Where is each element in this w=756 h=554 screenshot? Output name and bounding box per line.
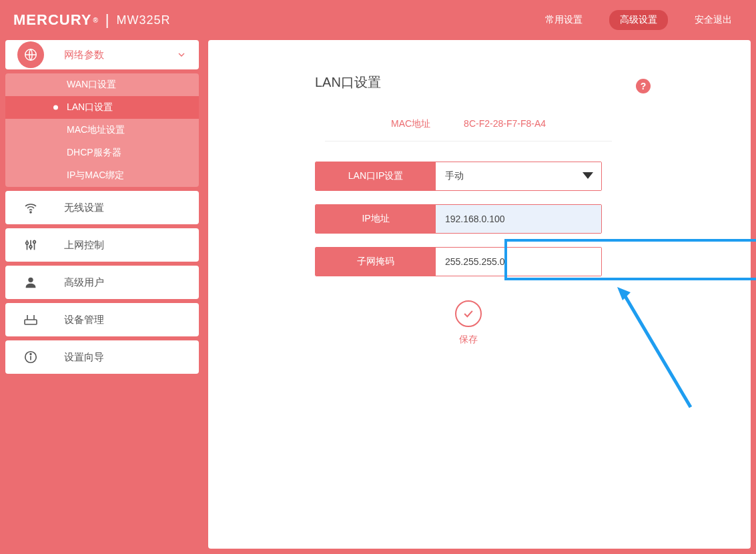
sidebar-item-advanced-user[interactable]: 高级用户	[5, 266, 199, 299]
sidebar-item-wireless[interactable]: 无线设置	[5, 191, 199, 224]
help-icon[interactable]: ?	[636, 79, 651, 93]
mac-row: MAC地址 8C-F2-28-F7-F8-A4	[315, 118, 622, 130]
save-button[interactable]	[455, 300, 482, 327]
save-label: 保存	[315, 334, 622, 346]
nav-advanced-settings[interactable]: 高级设置	[609, 10, 668, 30]
subnet-mask-input[interactable]	[445, 256, 592, 267]
svg-rect-9	[25, 320, 37, 324]
lan-ip-setting-select[interactable]: 手动	[436, 162, 601, 190]
save-block: 保存	[315, 300, 622, 346]
divider	[325, 141, 612, 142]
model-text: MW325R	[117, 13, 171, 27]
lan-ip-setting-label: LAN口IP设置	[316, 162, 436, 190]
ip-address-input[interactable]	[445, 214, 592, 224]
sliders-icon	[17, 238, 44, 252]
info-icon	[17, 350, 44, 364]
sidebar-item-label: 无线设置	[64, 202, 104, 214]
sidebar-sub-lan[interactable]: LAN口设置	[5, 96, 199, 119]
svg-marker-15	[583, 172, 593, 179]
router-icon	[17, 312, 44, 328]
sidebar-item-device-management[interactable]: 设备管理	[5, 303, 199, 336]
sidebar-item-network[interactable]: 网络参数	[5, 40, 199, 69]
mac-value: 8C-F2-28-F7-F8-A4	[464, 118, 546, 130]
nav-logout[interactable]: 安全退出	[684, 10, 743, 30]
lan-ip-setting-row[interactable]: LAN口IP设置 手动	[315, 162, 602, 191]
ip-address-row: IP地址	[315, 204, 602, 234]
header-nav: 常用设置 高级设置 安全退出	[534, 10, 743, 30]
sidebar-item-label: 上网控制	[64, 239, 104, 252]
brand-logo: MERCURY® | MW325R	[13, 11, 171, 29]
lan-settings-form: MAC地址 8C-F2-28-F7-F8-A4 LAN口IP设置 手动 IP地址	[315, 118, 622, 346]
user-icon	[17, 275, 44, 290]
svg-point-14	[30, 354, 31, 355]
caret-down-icon	[583, 172, 593, 180]
sidebar-item-access-control[interactable]: 上网控制	[5, 228, 199, 262]
svg-point-3	[26, 242, 29, 244]
sidebar-item-setup-wizard[interactable]: 设置向导	[5, 340, 199, 374]
globe-icon	[17, 41, 44, 68]
sidebar-sub-dhcp[interactable]: DHCP服务器	[5, 142, 199, 164]
lan-ip-setting-value: 手动	[445, 170, 464, 182]
sidebar-sub-wan[interactable]: WAN口设置	[5, 73, 199, 96]
sidebar-item-label: 设备管理	[64, 314, 104, 326]
sidebar-sub-ipmac[interactable]: IP与MAC绑定	[5, 164, 199, 187]
svg-point-1	[30, 212, 31, 213]
svg-point-8	[28, 278, 33, 282]
svg-point-7	[33, 241, 36, 244]
mac-label: MAC地址	[391, 118, 430, 130]
brand-divider: |	[105, 11, 110, 29]
header: MERCURY® | MW325R 常用设置 高级设置 安全退出	[0, 0, 756, 40]
page-title: LAN口设置	[315, 73, 711, 91]
svg-line-17	[625, 296, 691, 407]
sidebar-item-label: 高级用户	[64, 276, 104, 289]
main-panel: LAN口设置 ? MAC地址 8C-F2-28-F7-F8-A4 LAN口IP设…	[208, 40, 751, 549]
sidebar-sub-mac[interactable]: MAC地址设置	[5, 119, 199, 142]
annotation-arrow-icon	[611, 287, 704, 421]
sidebar-submenu-network: WAN口设置 LAN口设置 MAC地址设置 DHCP服务器 IP与MAC绑定	[5, 73, 199, 187]
sidebar: 网络参数 WAN口设置 LAN口设置 MAC地址设置 DHCP服务器 IP与MA…	[5, 40, 199, 549]
subnet-mask-row: 子网掩码	[315, 247, 602, 276]
ip-address-label: IP地址	[316, 205, 436, 233]
sidebar-item-label: 设置向导	[64, 351, 104, 364]
brand-text: MERCURY	[13, 11, 91, 29]
subnet-mask-label: 子网掩码	[316, 248, 436, 276]
brand-reg: ®	[93, 17, 98, 24]
nav-common-settings[interactable]: 常用设置	[534, 10, 593, 30]
svg-point-5	[29, 246, 32, 248]
sidebar-item-label: 网络参数	[64, 49, 176, 61]
wifi-icon	[17, 200, 44, 216]
chevron-down-icon	[176, 49, 187, 60]
